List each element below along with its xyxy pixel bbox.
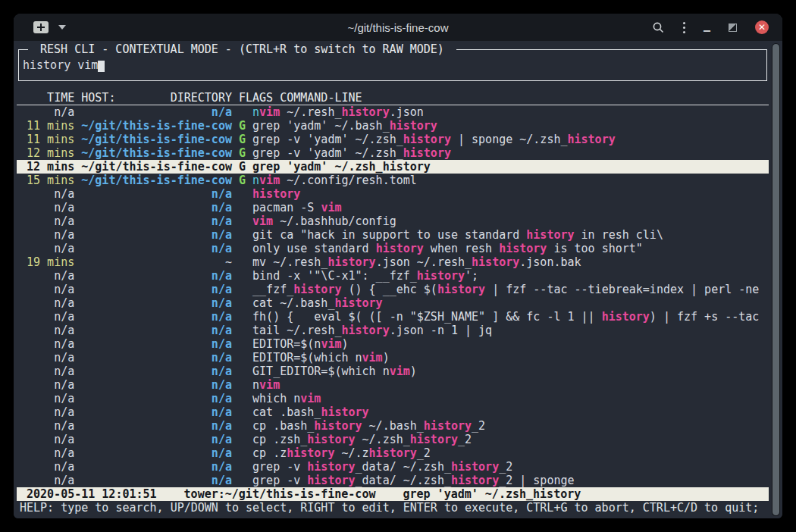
terminal-content: RESH CLI - CONTEXTUAL MODE - (CTRL+R to … [14, 41, 782, 518]
history-row[interactable]: 11 mins ~/git/this-is-fine-cow G grep -v… [17, 133, 769, 146]
history-row[interactable]: 15 mins ~/git/this-is-fine-cow G nvim ~/… [17, 174, 769, 187]
history-row[interactable]: n/a n/a cp .zsh_history ~/.zsh_history_2 [17, 433, 769, 446]
scrollbar[interactable] [772, 43, 780, 516]
history-row[interactable]: n/a n/a history [17, 187, 769, 201]
history-row[interactable]: n/a n/a nvim ~/.resh_history.json [17, 105, 769, 119]
terminal-window: ~/git/this-is-fine-cow – ✕ RESH CLI - CO… [14, 14, 782, 518]
scrollbar-thumb[interactable] [772, 44, 779, 515]
history-row[interactable]: n/a n/a bind -x '"\C-x1": __fzf_history'… [17, 269, 769, 283]
search-input[interactable]: history vim [23, 58, 766, 72]
history-row[interactable]: n/a n/a only use standard history when r… [17, 242, 769, 255]
history-row[interactable]: n/a n/a git ca "hack in support to use s… [17, 228, 769, 242]
history-row[interactable]: n/a n/a GIT_EDITOR=$(which nvim) [17, 365, 769, 378]
search-query: history vim [23, 58, 98, 72]
history-row[interactable]: n/a n/a nvim [17, 378, 769, 392]
history-row[interactable]: n/a n/a grep -v history_data/ ~/.zsh_his… [17, 474, 769, 487]
history-row[interactable]: n/a n/a pacman -S vim [17, 201, 769, 214]
history-row[interactable]: 12 mins ~/git/this-is-fine-cow G grep -v… [17, 146, 769, 160]
help-line: HELP: type to search, UP/DOWN to select,… [17, 501, 769, 515]
status-datetime: 2020-05-11 12:01:51 [27, 487, 157, 501]
history-row[interactable]: n/a n/a cat ~/.bash_history [17, 296, 769, 310]
history-row[interactable]: n/a n/a which nvim [17, 392, 769, 405]
desktop: ~/git/this-is-fine-cow – ✕ RESH CLI - CO… [0, 0, 796, 532]
history-row[interactable]: n/a n/a vim ~/.bashhub/config [17, 214, 769, 228]
history-row[interactable]: n/a n/a tail ~/.resh_history.json -n 1 |… [17, 324, 769, 337]
history-row[interactable]: n/a n/a EDITOR=$(which nvim) [17, 351, 769, 365]
window-title: ~/git/this-is-fine-cow [14, 21, 782, 34]
history-list: n/a n/a nvim ~/.resh_history.json 11 min… [17, 105, 769, 487]
titlebar: ~/git/this-is-fine-cow – ✕ [14, 14, 782, 41]
history-row-selected[interactable]: 12 mins ~/git/this-is-fine-cow G grep 'y… [17, 160, 769, 174]
history-row[interactable]: n/a n/a EDITOR=$(nvim) [17, 337, 769, 351]
history-row[interactable]: n/a n/a fh() { eval $( ([ -n "$ZSH_NAME"… [17, 310, 769, 324]
status-bar: 2020-05-11 12:01:51tower:~/git/this-is-f… [17, 487, 769, 501]
history-row[interactable]: 11 mins ~/git/this-is-fine-cow G grep 'y… [17, 119, 769, 133]
list-header: TIME HOST: DIRECTORY FLAGS COMMAND-LINE [17, 91, 769, 105]
resh-box-title: RESH CLI - CONTEXTUAL MODE - (CTRL+R to … [28, 42, 456, 56]
history-row[interactable]: n/a n/a __fzf_history () { __ehc $(histo… [17, 283, 769, 296]
history-row[interactable]: n/a n/a cp .bash_history ~/.bash_history… [17, 419, 769, 433]
text-cursor [98, 61, 105, 72]
history-row[interactable]: n/a n/a cp .zhistory ~/.zhistory_2 [17, 446, 769, 460]
history-row[interactable]: n/a n/a cat .bash_history [17, 405, 769, 419]
history-row[interactable]: n/a n/a grep -v history_data/ ~/.zsh_his… [17, 460, 769, 474]
status-location: tower:~/git/this-is-fine-cow [184, 487, 376, 501]
history-row[interactable]: 19 mins ~ mv ~/.resh_history.json ~/.res… [17, 255, 769, 269]
status-command: grep 'yadm' ~/.zsh_history [403, 487, 581, 501]
resh-search-box: RESH CLI - CONTEXTUAL MODE - (CTRL+R to … [18, 49, 767, 81]
